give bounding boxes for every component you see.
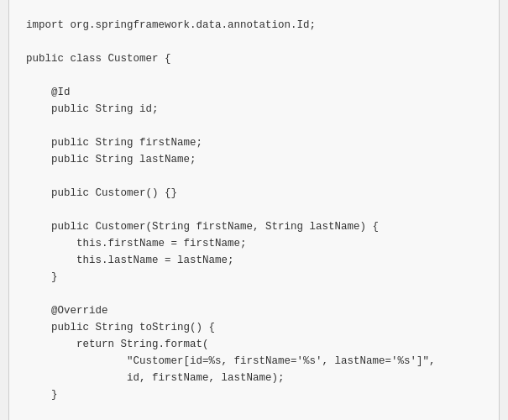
code-line — [26, 118, 482, 134]
code-line — [26, 168, 482, 185]
code-line: public String firstName; — [26, 134, 482, 151]
code-line: public Customer() {} — [26, 185, 482, 202]
code-line: public class Customer { — [26, 50, 482, 67]
code-content: package com.forezp.entity;import org.spr… — [26, 0, 482, 420]
code-line: @Override — [26, 302, 482, 319]
code-line: import org.springframework.data.annotati… — [26, 17, 482, 34]
code-editor: package com.forezp.entity;import org.spr… — [8, 0, 500, 420]
code-line — [26, 403, 482, 420]
code-line — [26, 286, 482, 302]
code-line — [26, 34, 482, 50]
code-line: } — [26, 386, 482, 403]
code-line: public String toString() { — [26, 319, 482, 336]
code-line: @Id — [26, 84, 482, 101]
code-line: return String.format( — [26, 336, 482, 353]
code-line: public Customer(String firstName, String… — [26, 218, 482, 235]
code-line: this.lastName = lastName; — [26, 252, 482, 269]
code-line: public String lastName; — [26, 151, 482, 168]
code-line: public String id; — [26, 101, 482, 118]
code-line: "Customer[id=%s, firstName='%s', lastNam… — [26, 353, 482, 370]
code-line — [26, 202, 482, 218]
code-line: } — [26, 269, 482, 286]
code-line — [26, 0, 482, 17]
code-line: this.firstName = firstName; — [26, 235, 482, 252]
code-line: id, firstName, lastName); — [26, 370, 482, 386]
code-line — [26, 67, 482, 84]
